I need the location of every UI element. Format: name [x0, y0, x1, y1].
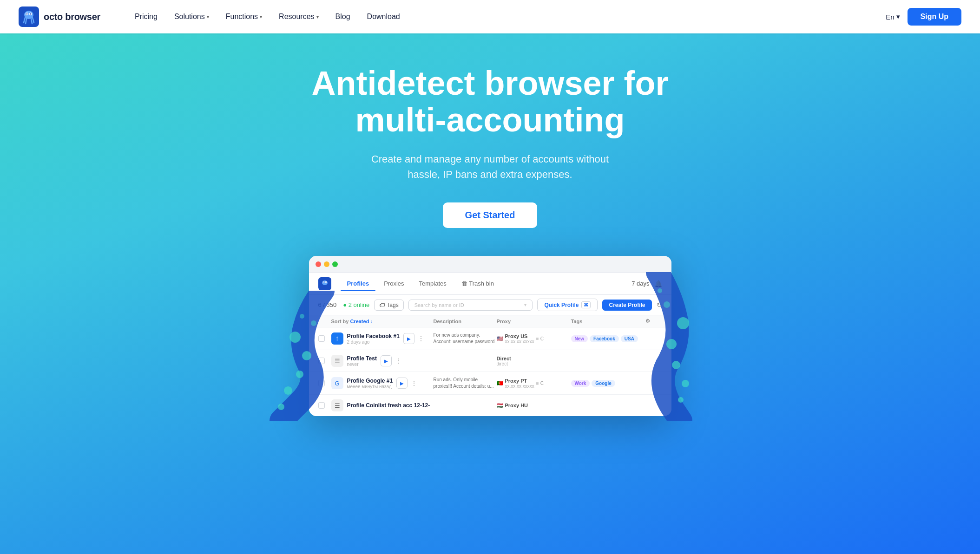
- profile-name-cell: ☰ Profile Coinlist fresh acc 12-12-: [331, 399, 434, 411]
- nav-download[interactable]: Download: [361, 9, 407, 25]
- window-minimize-btn[interactable]: [324, 261, 329, 267]
- more-menu-button[interactable]: ⋮: [394, 356, 403, 365]
- lang-chevron-icon: ▾: [896, 13, 900, 21]
- functions-chevron-icon: ▾: [260, 14, 262, 20]
- svg-point-25: [325, 281, 326, 282]
- proxy-name: Proxy US: [505, 333, 534, 339]
- tag-icon: 🏷: [379, 302, 385, 308]
- profiles-bar: 6 / 350 ● 2 online 🏷 Tags Search by name…: [309, 295, 671, 315]
- proxy-cell: 🇺🇸 Proxy US xx.xx.xx:xxxxx ≡ C: [497, 333, 571, 344]
- svg-point-6: [289, 332, 301, 343]
- proxy-flag: 🇵🇹: [497, 380, 503, 386]
- svg-point-12: [300, 314, 304, 319]
- more-menu-button[interactable]: ⋮: [416, 334, 426, 343]
- nav-functions[interactable]: Functions ▾: [219, 9, 269, 25]
- tab-profiles[interactable]: Profiles: [341, 276, 376, 291]
- svg-point-19: [658, 288, 662, 293]
- app-preview: Profiles Proxies Templates 🗑 Trash bin 7…: [309, 256, 671, 416]
- hero-section: Antidetect browser for multi-accounting …: [0, 0, 980, 554]
- proxy-name: Direct: [497, 356, 511, 361]
- table-header: Sort by Created↓ Description Proxy Tags …: [309, 315, 671, 327]
- sort-by-created[interactable]: Sort by Created↓: [331, 319, 434, 324]
- quick-profile-icon: ⌘: [581, 301, 591, 308]
- main-nav: Pricing Solutions ▾ Functions ▾ Resource…: [128, 9, 886, 25]
- svg-point-16: [682, 380, 689, 387]
- proxy-col-header: Proxy: [497, 319, 571, 324]
- table-row: ☰ Profile Coinlist fresh acc 12-12- 🇭🇺 P…: [309, 395, 671, 416]
- svg-point-11: [311, 320, 316, 326]
- logo[interactable]: octo browser: [19, 7, 100, 27]
- tentacle-left-decoration: [253, 291, 346, 421]
- get-started-button[interactable]: Get Started: [443, 202, 538, 228]
- run-button[interactable]: ▶: [403, 333, 414, 344]
- profile-description: For new ads company. Account: username p…: [434, 332, 497, 345]
- svg-point-21: [322, 280, 328, 285]
- profile-name: Profile Facebook #1: [347, 333, 400, 339]
- svg-point-4: [26, 13, 28, 15]
- window-maximize-btn[interactable]: [332, 261, 338, 267]
- quick-profile-button[interactable]: Quick Profile ⌘: [537, 299, 598, 311]
- nav-blog[interactable]: Blog: [329, 9, 357, 25]
- run-button[interactable]: ▶: [396, 378, 408, 389]
- search-input[interactable]: Search by name or ID ▾: [408, 300, 533, 311]
- svg-point-24: [323, 281, 324, 282]
- tentacle-right-decoration: [634, 272, 727, 421]
- proxy-cell: 🇵🇹 Proxy PT xx.xx.xx:xxxxx ≡ C: [497, 378, 571, 389]
- nav-pricing[interactable]: Pricing: [128, 9, 164, 25]
- svg-point-17: [678, 397, 684, 403]
- proxy-name: Proxy HU: [505, 403, 528, 408]
- hero-title: Antidetect browser for multi-accounting: [311, 65, 668, 138]
- language-selector[interactable]: En ▾: [886, 13, 900, 21]
- tab-trash-bin[interactable]: 🗑 Trash bin: [455, 276, 500, 291]
- svg-point-18: [664, 301, 670, 308]
- tags-filter-button[interactable]: 🏷 Tags: [374, 300, 403, 311]
- proxy-copy-icon[interactable]: C: [540, 336, 544, 341]
- proxy-name: Proxy PT: [505, 378, 534, 384]
- profile-time: 2 days ago: [347, 339, 400, 345]
- profile-time: never: [347, 362, 377, 367]
- svg-point-14: [666, 339, 677, 349]
- header-right: En ▾ Sign Up: [886, 8, 961, 26]
- app-window: Profiles Proxies Templates 🗑 Trash bin 7…: [309, 256, 671, 416]
- proxy-list-icon[interactable]: ≡: [536, 336, 539, 341]
- profile-time: менее минуты назад: [347, 384, 393, 389]
- profile-name-cell: f Profile Facebook #1 2 days ago ▶ ⋮: [331, 332, 434, 345]
- hero-subtitle: Create and manage any number of accounts…: [360, 151, 620, 182]
- profile-name-cell: G Profile Google #1 менее минуты назад ▶…: [331, 377, 434, 389]
- table-row: f Profile Facebook #1 2 days ago ▶ ⋮ For…: [309, 327, 671, 350]
- logo-icon: [19, 7, 39, 27]
- row-actions: ▶ ⋮: [403, 333, 426, 344]
- logo-text: octo browser: [44, 12, 100, 22]
- profile-name-cell: ☰ Profile Test never ▶ ⋮: [331, 355, 434, 367]
- tag-new: New: [571, 335, 588, 342]
- proxy-list-icon[interactable]: ≡: [536, 381, 539, 386]
- profile-description: Run ads. Only mobile proxies!!! Account …: [434, 377, 497, 390]
- app-logo-icon: [318, 277, 331, 290]
- profile-name: Profile Google #1: [347, 378, 393, 384]
- svg-point-9: [284, 386, 292, 395]
- tag-work: Work: [571, 380, 590, 387]
- svg-point-7: [302, 351, 311, 360]
- proxy-host: xx.xx.xx:xxxxx: [505, 339, 534, 344]
- tab-templates[interactable]: Templates: [413, 276, 453, 291]
- tab-proxies[interactable]: Proxies: [377, 276, 410, 291]
- proxy-actions: ≡ C: [536, 381, 544, 386]
- window-close-btn[interactable]: [316, 261, 321, 267]
- resources-chevron-icon: ▾: [316, 14, 319, 20]
- header: octo browser Pricing Solutions ▾ Functio…: [0, 0, 980, 33]
- proxy-flag: 🇺🇸: [497, 336, 503, 342]
- run-button[interactable]: ▶: [381, 355, 392, 366]
- nav-solutions[interactable]: Solutions ▾: [168, 9, 216, 25]
- tag-google-label: Google: [592, 380, 615, 387]
- nav-resources[interactable]: Resources ▾: [272, 9, 325, 25]
- svg-point-8: [296, 371, 303, 378]
- svg-point-13: [677, 317, 689, 329]
- svg-point-5: [30, 13, 32, 15]
- online-count: ● 2 online: [343, 301, 369, 308]
- proxy-copy-icon[interactable]: C: [540, 381, 544, 386]
- signup-button[interactable]: Sign Up: [908, 8, 961, 26]
- more-menu-button[interactable]: ⋮: [409, 378, 419, 388]
- proxy-host: xx.xx.xx:xxxxx: [505, 384, 534, 389]
- window-titlebar: [309, 256, 671, 273]
- app-toolbar: Profiles Proxies Templates 🗑 Trash bin 7…: [309, 273, 671, 295]
